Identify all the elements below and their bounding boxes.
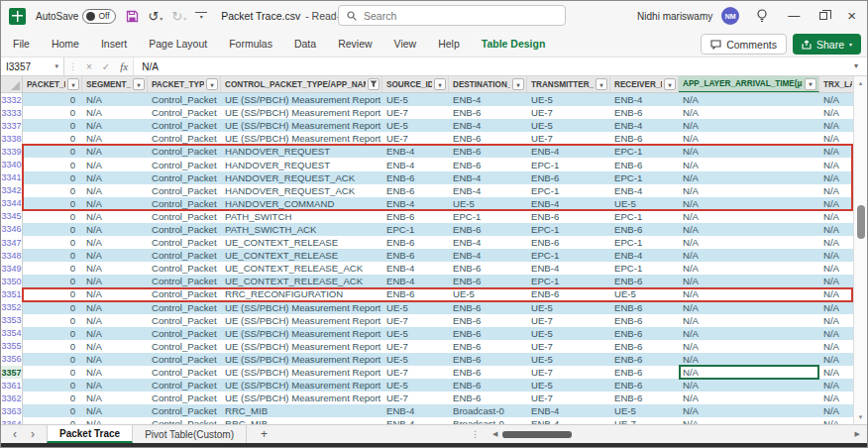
cell[interactable]: N/A xyxy=(819,210,855,223)
cell[interactable]: RRC_MIB xyxy=(221,404,382,417)
cell[interactable]: N/A xyxy=(679,314,819,327)
cell[interactable]: UE (SS/PBCH) Measurement Report xyxy=(221,314,382,327)
undo-button[interactable]: ↺ ▾ xyxy=(148,10,163,23)
cell[interactable]: UE_CONTEXT_RELEASE xyxy=(221,236,382,249)
cell[interactable]: N/A xyxy=(819,106,855,119)
cell[interactable]: UE-5 xyxy=(382,353,449,366)
cell[interactable]: N/A xyxy=(819,184,855,197)
avatar[interactable]: NM xyxy=(721,7,739,25)
cell[interactable]: N/A xyxy=(819,93,855,106)
cell[interactable]: ENB-6 xyxy=(610,392,679,404)
cell[interactable]: RRC_MIB xyxy=(221,417,382,424)
cell[interactable]: ENB-4 xyxy=(382,417,449,424)
cell[interactable]: RRC_RECONFIGURATION xyxy=(221,287,382,300)
ribbon-tab-help[interactable]: Help xyxy=(438,38,460,50)
cell[interactable]: N/A xyxy=(819,275,855,287)
cell[interactable]: Control_Packet xyxy=(148,262,221,275)
cell[interactable]: UE-5 xyxy=(382,379,449,392)
cell[interactable]: Control_Packet xyxy=(148,314,221,327)
filter-dropdown-icon[interactable]: ▾ xyxy=(133,78,145,90)
cell[interactable]: EPC-1 xyxy=(610,145,679,158)
cell[interactable]: N/A xyxy=(82,301,148,314)
insert-function-icon[interactable]: fx xyxy=(115,60,133,72)
cell[interactable]: N/A xyxy=(819,392,855,404)
cell[interactable]: 0 xyxy=(23,404,82,417)
cell[interactable]: ENB-6 xyxy=(382,210,449,223)
cell[interactable]: ENB-6 xyxy=(449,145,527,158)
row-number[interactable]: 3341 xyxy=(1,171,23,184)
cell[interactable]: N/A xyxy=(82,404,148,417)
cell[interactable]: ENB-6 xyxy=(449,132,527,145)
cell[interactable]: N/A xyxy=(679,197,819,210)
cell[interactable]: N/A xyxy=(679,404,819,417)
cell[interactable]: ENB-6 xyxy=(449,353,527,366)
cell[interactable]: 0 xyxy=(23,366,82,379)
cell[interactable]: N/A xyxy=(82,392,148,404)
cell[interactable]: ENB-4 xyxy=(449,184,527,197)
cell[interactable]: UE (SS/PBCH) Measurement Report xyxy=(221,392,382,404)
cell[interactable]: N/A xyxy=(82,314,148,327)
cell[interactable]: Control_Packet xyxy=(148,417,221,424)
cell[interactable]: Control_Packet xyxy=(148,287,221,300)
cell[interactable]: UE-7 xyxy=(527,106,610,119)
excel-logo-icon[interactable] xyxy=(9,8,26,25)
cell[interactable]: ENB-6 xyxy=(382,236,449,249)
cell[interactable]: Control_Packet xyxy=(148,184,221,197)
cell[interactable]: N/A xyxy=(82,184,148,197)
cell[interactable]: ENB-6 xyxy=(610,132,679,145)
cell[interactable]: N/A xyxy=(679,379,819,392)
cell[interactable]: UE-7 xyxy=(382,366,449,379)
cell[interactable]: ENB-6 xyxy=(610,301,679,314)
cell[interactable]: ENB-4 xyxy=(382,404,449,417)
scroll-left-icon[interactable]: ◀ xyxy=(489,430,500,438)
cell[interactable]: ENB-6 xyxy=(449,366,527,379)
row-number[interactable]: 3340 xyxy=(1,158,23,170)
cell[interactable]: ENB-6 xyxy=(449,314,527,327)
formula-input[interactable]: N/A xyxy=(133,57,845,75)
column-header-packet-type[interactable]: PACKET_TYPE▾ xyxy=(148,76,221,92)
minimize-button[interactable]: — xyxy=(785,1,803,31)
column-header-packet-id[interactable]: PACKET_ID▾ xyxy=(23,76,82,92)
cell[interactable]: 0 xyxy=(23,145,82,158)
filter-dropdown-icon[interactable]: ▾ xyxy=(67,78,79,90)
column-header-control-packet-type-app-name[interactable]: CONTROL_PACKET_TYPE/APP_NAME xyxy=(221,76,382,92)
cell[interactable]: EPC-1 xyxy=(527,249,610,262)
cell[interactable]: UE_CONTEXT_RELEASE_ACK xyxy=(221,275,382,287)
cell[interactable]: ENB-6 xyxy=(527,236,610,249)
cell[interactable]: UE (SS/PBCH) Measurement Report xyxy=(221,93,382,106)
search-box[interactable] xyxy=(338,5,566,26)
ribbon-tab-table-design[interactable]: Table Design xyxy=(482,38,546,50)
cell[interactable]: PATH_SWITCH xyxy=(221,210,382,223)
cell[interactable]: UE-7 xyxy=(382,314,449,327)
row-number[interactable]: 3347 xyxy=(1,236,23,249)
cell[interactable]: N/A xyxy=(819,379,855,392)
filter-applied-icon[interactable] xyxy=(368,78,380,90)
cell[interactable]: 0 xyxy=(23,158,82,170)
cell[interactable]: ENB-4 xyxy=(527,417,610,424)
cell[interactable]: ENB-6 xyxy=(382,184,449,197)
cell[interactable]: 0 xyxy=(23,314,82,327)
cell[interactable]: N/A xyxy=(82,379,148,392)
cell[interactable]: N/A xyxy=(82,249,148,262)
filter-dropdown-icon[interactable]: ▾ xyxy=(434,78,446,90)
cell[interactable]: UE-5 xyxy=(610,287,679,300)
ribbon-tab-formulas[interactable]: Formulas xyxy=(229,38,272,50)
cell[interactable]: N/A xyxy=(819,249,855,262)
horizontal-scroll-track[interactable] xyxy=(500,425,851,443)
ribbon-tab-review[interactable]: Review xyxy=(338,38,372,50)
row-number[interactable]: 3364 xyxy=(1,417,23,424)
cell[interactable]: UE_CONTEXT_RELEASE_ACK xyxy=(221,262,382,275)
cell[interactable]: N/A xyxy=(679,249,819,262)
row-number[interactable]: 3342 xyxy=(1,184,23,197)
cell[interactable]: HANDOVER_REQUEST_ACK xyxy=(221,184,382,197)
cell[interactable]: N/A xyxy=(679,340,819,353)
cell[interactable]: 0 xyxy=(23,210,82,223)
cell[interactable]: EPC-1 xyxy=(527,223,610,236)
cell[interactable]: N/A xyxy=(819,132,855,145)
cell[interactable]: N/A xyxy=(679,301,819,314)
cell[interactable]: EPC-1 xyxy=(610,171,679,184)
cell[interactable]: ENB-4 xyxy=(382,197,449,210)
cell[interactable]: N/A xyxy=(82,223,148,236)
cell[interactable]: N/A xyxy=(819,404,855,417)
column-header-segment-id[interactable]: SEGMENT_ID▾ xyxy=(82,76,148,92)
